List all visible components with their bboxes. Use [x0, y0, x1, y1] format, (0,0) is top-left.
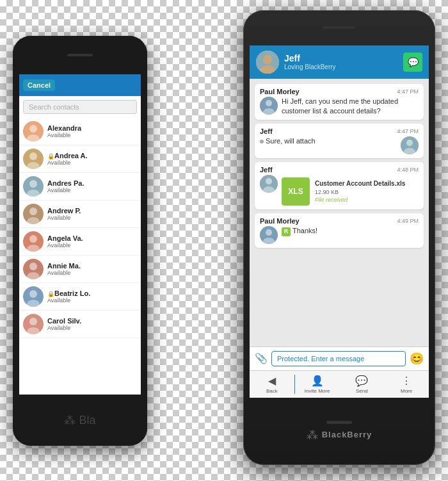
- home-button[interactable]: [326, 421, 352, 424]
- list-item[interactable]: Angela Va. Available: [19, 228, 141, 256]
- msg-time: 4:48 PM: [397, 167, 419, 173]
- svg-point-37: [266, 229, 272, 236]
- chat-input-bar: 📎 Protected. Enter a message 😊: [250, 346, 429, 370]
- nav-item-more[interactable]: ⋮ More: [384, 371, 429, 398]
- message-bubble: Jeff 4:48 PM XLS Customer Account Detail…: [255, 162, 424, 209]
- msg-body: XLS Customer Account Details.xls 12.90 K…: [260, 175, 419, 206]
- contact-avatar: [23, 149, 44, 169]
- svg-point-31: [406, 140, 413, 146]
- contacts-screen: Cancel Search contacts Alexandra Availab…: [19, 74, 141, 395]
- contact-avatar: [23, 314, 44, 334]
- file-icon: XLS: [282, 177, 310, 206]
- search-input[interactable]: Search contacts: [23, 100, 137, 114]
- svg-point-1: [29, 125, 37, 133]
- svg-point-4: [29, 152, 37, 160]
- nav-label: Send: [356, 388, 368, 394]
- contact-info: 🔒Andrea A. Available: [47, 152, 137, 166]
- contact-avatar: [23, 121, 44, 142]
- contact-avatar: [23, 231, 44, 252]
- contact-name: 🔒Andrea A.: [47, 152, 137, 159]
- chat-header-info: Jeff Loving BlackBerry: [284, 53, 398, 70]
- contact-status: Available: [47, 187, 137, 193]
- cancel-button[interactable]: Cancel: [23, 79, 55, 91]
- msg-header: Jeff 4:47 PM: [260, 127, 419, 135]
- svg-point-28: [266, 100, 272, 106]
- contact-avatar: [23, 204, 44, 224]
- contact-name: Andrew P.: [47, 207, 137, 215]
- svg-point-25: [263, 55, 272, 64]
- contact-status: Available: [47, 325, 137, 331]
- msg-header: Paul Morley 4:47 PM: [260, 88, 419, 95]
- contact-info: Angela Va. Available: [47, 234, 137, 249]
- svg-point-34: [266, 178, 272, 184]
- msg-sender: Jeff: [260, 127, 273, 135]
- svg-point-19: [29, 290, 37, 298]
- svg-point-16: [29, 263, 37, 270]
- chat-header-avatar: [256, 51, 279, 74]
- message-bubble: Paul Morley 4:49 PM RThanks!: [255, 213, 424, 248]
- msg-text: RThanks!: [282, 226, 419, 236]
- list-item[interactable]: Carol Silv. Available: [19, 311, 141, 338]
- msg-time: 4:47 PM: [397, 88, 419, 95]
- svg-point-10: [29, 208, 37, 215]
- contact-status: Available: [47, 215, 137, 221]
- contact-status: Available: [47, 159, 137, 166]
- list-item[interactable]: Annie Ma. Available: [19, 256, 141, 283]
- nav-icon: 💬: [355, 375, 368, 387]
- contact-status: Available: [47, 270, 137, 276]
- msg-header: Jeff 4:48 PM: [260, 166, 419, 174]
- contact-info: Annie Ma. Available: [47, 262, 137, 276]
- contact-info: Andres Pa. Available: [47, 179, 137, 193]
- msg-avatar: [260, 175, 278, 193]
- scene: Cancel Search contacts Alexandra Availab…: [6, 10, 442, 471]
- front-phone-speaker: [243, 10, 435, 45]
- message-bubble: Paul Morley 4:47 PM Hi Jeff, can you sen…: [255, 84, 424, 120]
- file-received: File received: [315, 196, 419, 204]
- list-item[interactable]: 🔒Andrea A. Available: [19, 145, 141, 173]
- list-item[interactable]: Andres Pa. Available: [19, 173, 141, 200]
- msg-time: 4:47 PM: [397, 128, 419, 135]
- contact-name: Annie Ma.: [47, 262, 137, 270]
- nav-item-invite-more[interactable]: 👤 Invite More: [295, 371, 340, 398]
- contact-status: Available: [47, 132, 137, 138]
- msg-text: Sure, will attach: [260, 136, 397, 146]
- contact-avatar: [23, 176, 44, 197]
- nav-label: Back: [266, 388, 278, 394]
- list-item[interactable]: Andrew P. Available: [19, 200, 141, 228]
- contact-name: 🔒Beatriz Lo.: [47, 289, 137, 297]
- list-item[interactable]: 🔒Beatriz Lo. Available: [19, 283, 141, 311]
- search-bar: Search contacts: [19, 96, 141, 118]
- list-item[interactable]: Alexandra Available: [19, 118, 141, 145]
- msg-body: Sure, will attach: [260, 136, 419, 154]
- front-phone: Jeff Loving BlackBerry 💬 Paul Morley 4:4…: [243, 10, 435, 465]
- message-bubble: Jeff 4:47 PM Sure, will attach: [255, 124, 424, 158]
- nav-label: Invite More: [305, 388, 330, 394]
- msg-sender: Paul Morley: [260, 88, 300, 95]
- msg-avatar: [260, 226, 278, 244]
- chat-nav: ◀ Back 👤 Invite More 💬 Send ⋮ More: [250, 370, 429, 398]
- chat-header: Jeff Loving BlackBerry 💬: [250, 45, 429, 79]
- file-size: 12.90 KB: [315, 188, 419, 197]
- back-phone-bottom: ⁂ Bla: [13, 395, 147, 446]
- speaker-front: [323, 26, 355, 29]
- emoji-icon[interactable]: 😊: [410, 352, 424, 366]
- msg-sender: Paul Morley: [260, 217, 300, 225]
- msg-time: 4:49 PM: [397, 218, 419, 224]
- contact-status: Available: [47, 242, 137, 249]
- nav-item-back[interactable]: ◀ Back: [250, 371, 294, 398]
- msg-avatar: [260, 97, 278, 115]
- back-icon: ◀: [268, 375, 276, 387]
- svg-point-22: [29, 318, 37, 325]
- attachment-icon[interactable]: 📎: [255, 352, 268, 364]
- bb-logo-back: ⁂ Bla: [64, 413, 95, 427]
- nav-item-send[interactable]: 💬 Send: [340, 371, 385, 398]
- contacts-header: Cancel: [19, 74, 141, 96]
- back-phone: Cancel Search contacts Alexandra Availab…: [13, 36, 147, 446]
- msg-body: Hi Jeff, can you send me the updated cus…: [260, 97, 419, 117]
- chat-header-action-icon[interactable]: 💬: [403, 53, 422, 72]
- contact-info: Carol Silv. Available: [47, 317, 137, 331]
- contact-name: Angela Va.: [47, 234, 137, 242]
- nav-icon: ⋮: [401, 375, 412, 387]
- message-input[interactable]: Protected. Enter a message: [271, 351, 406, 366]
- contact-info: Alexandra Available: [47, 124, 137, 138]
